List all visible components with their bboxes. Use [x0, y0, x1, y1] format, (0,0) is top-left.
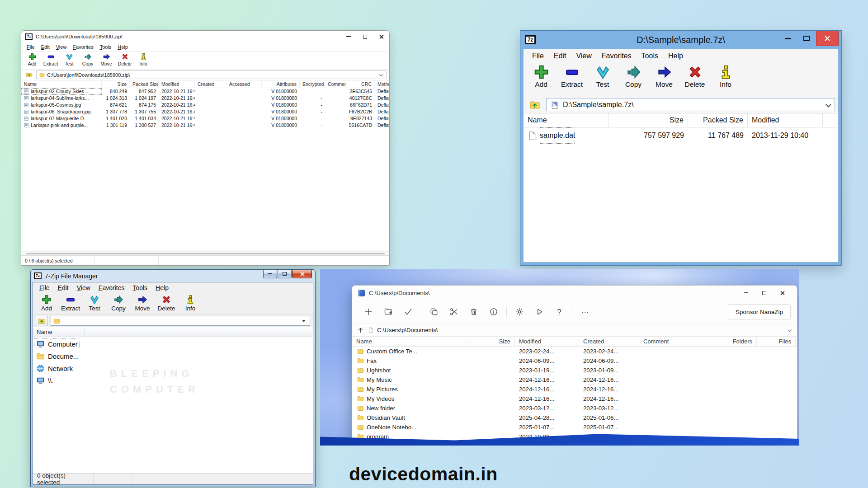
help-button[interactable]: ? [549, 303, 569, 320]
menu-file[interactable]: File [35, 284, 54, 291]
close-button[interactable] [373, 31, 389, 42]
column-header-files[interactable]: Files [757, 337, 796, 347]
close-button[interactable] [816, 31, 839, 46]
list-item-network[interactable]: Network [34, 362, 75, 375]
table-row[interactable]: My Pictures 2024-12-16... 2024-12-16... [352, 385, 797, 394]
column-header-packed-size[interactable]: Packed Size [688, 113, 748, 127]
column-header-name[interactable]: Name [352, 337, 464, 347]
table-row[interactable]: New folder 2023-03-12... 2023-03-12... [352, 404, 797, 413]
table-row[interactable]: larkspur-02-Cloudy-Skies-... 848 249 847… [21, 88, 389, 95]
scrollbar-thumb[interactable] [26, 253, 385, 254]
chevron-down-icon[interactable] [826, 102, 831, 108]
menu-favorites[interactable]: Favorites [94, 284, 129, 291]
address-input[interactable]: C:\Users\jonfi\Downloads\185900.zip\ [36, 70, 387, 79]
menu-view[interactable]: View [571, 52, 596, 60]
extract-button[interactable]: Extract [60, 295, 81, 314]
up-one-level-button[interactable] [24, 70, 34, 79]
up-one-level-button[interactable] [527, 98, 543, 112]
address-combobox[interactable] [51, 316, 310, 326]
delete-button[interactable]: Delete [156, 295, 177, 314]
menu-help[interactable]: Help [114, 44, 131, 50]
horizontal-scrollbar[interactable] [21, 251, 389, 255]
sponsor-nanazip-button[interactable]: Sponsor NanaZip [728, 304, 791, 319]
column-header-folders[interactable]: Folders [715, 337, 757, 347]
column-header-created[interactable]: Created [195, 80, 226, 88]
table-row[interactable]: larkspur-04-Sublime-larks... 1 024 313 1… [21, 95, 389, 102]
column-header-method[interactable]: Metho [375, 80, 389, 88]
table-row[interactable]: larkspur-06_Snapdragon.jpg 1 307 778 1 3… [21, 108, 389, 115]
menu-view[interactable]: View [73, 284, 94, 291]
column-header-created[interactable]: Created [579, 337, 639, 347]
column-header-comment[interactable]: Comment [325, 80, 346, 88]
options-button[interactable] [509, 303, 529, 320]
table-row[interactable]: larkspur-07-Marguerite-D... 1 401 020 1 … [21, 115, 389, 122]
column-header-name[interactable]: Name [524, 113, 609, 127]
maximize-button[interactable] [357, 31, 373, 42]
table-row[interactable]: Obsidian Vault 2025-04-28... 2025-01-06.… [352, 413, 797, 422]
menu-tools[interactable]: Tools [637, 52, 663, 60]
menu-view[interactable]: View [53, 44, 70, 50]
info-button[interactable]: Info [135, 53, 152, 69]
minimize-button[interactable] [737, 286, 755, 300]
menu-help[interactable]: Help [151, 284, 173, 291]
test-button[interactable]: Test [590, 65, 616, 96]
column-header-packed-size[interactable]: Packed Size [130, 80, 159, 88]
menu-edit[interactable]: Edit [549, 52, 571, 60]
delete-button[interactable]: Delete [116, 53, 133, 69]
extract-button[interactable]: Extract [42, 53, 59, 69]
move-button[interactable]: Move [98, 53, 115, 69]
move-button[interactable]: Move [132, 295, 153, 314]
titlebar[interactable]: 7z 7-Zip File Manager [33, 270, 313, 282]
add-button[interactable]: Add [528, 65, 554, 96]
test-button[interactable] [398, 303, 418, 320]
maximize-button[interactable] [755, 286, 773, 300]
column-header-comment[interactable]: Comment [639, 337, 715, 347]
table-row[interactable]: Lightshot 2023-01-19... 2023-01-09... [352, 366, 797, 375]
copy-button[interactable] [424, 303, 444, 320]
close-button[interactable] [773, 286, 791, 300]
chevron-down-icon[interactable] [788, 328, 792, 333]
up-one-level-button[interactable] [36, 316, 48, 326]
column-header-size[interactable]: Size [102, 80, 130, 88]
chevron-down-icon[interactable] [379, 73, 383, 77]
delete-button[interactable]: Delete [682, 65, 708, 96]
table-row[interactable]: My Music 2024-12-16... 2024-12-16... [352, 375, 797, 385]
titlebar[interactable]: C:\Users\p\Documents\ [352, 286, 797, 300]
menu-edit[interactable]: Edit [54, 284, 73, 291]
list-item-unc-root[interactable]: \\. [34, 375, 56, 387]
copy-button[interactable]: Copy [620, 65, 646, 96]
column-header-modified[interactable]: Modified [159, 80, 195, 88]
menu-help[interactable]: Help [663, 52, 688, 60]
table-row[interactable]: My Videos 2024-12-16... 2024-12-16... [352, 394, 797, 404]
move-button[interactable] [444, 303, 464, 320]
maximize-button[interactable] [278, 270, 292, 278]
add-button[interactable] [359, 303, 378, 320]
table-row[interactable]: OneNote Notebo... 2025-01-07... 2025-01-… [352, 422, 797, 432]
table-row[interactable]: larkspur-05-Cosmos.jpg 874 621 874 175 2… [21, 102, 389, 108]
column-header-name[interactable]: Name [21, 80, 102, 88]
minimize-button[interactable] [263, 270, 277, 278]
menu-file[interactable]: File [527, 52, 549, 60]
maximize-button[interactable] [797, 31, 816, 46]
info-button[interactable]: Info [180, 295, 201, 314]
table-row[interactable]: Fax 2024-06-09... 2024-06-09... [352, 356, 797, 366]
extract-button[interactable]: Extract [559, 65, 585, 96]
column-header-size[interactable]: Size [464, 337, 515, 347]
table-row[interactable]: Custom Office Te... 2023-02-24... 2023-0… [352, 347, 797, 356]
extract-button[interactable] [378, 303, 398, 320]
menu-edit[interactable]: Edit [38, 44, 53, 50]
info-button[interactable]: Info [712, 65, 739, 96]
titlebar[interactable]: 7z D:\Sample\sample.7z\ [523, 31, 839, 49]
column-header-encrypted[interactable]: Encrypted [300, 80, 325, 88]
column-header-size[interactable]: Size [609, 113, 688, 127]
list-item-documents[interactable]: Docume... [34, 350, 81, 362]
column-header-modified[interactable]: Modified [748, 113, 823, 127]
column-header-accessed[interactable]: Accessed [226, 80, 262, 88]
test-button[interactable]: Test [84, 295, 105, 314]
info-button[interactable] [484, 303, 504, 320]
column-header-modified[interactable]: Modified [515, 337, 579, 347]
more-button[interactable]: ··· [575, 303, 595, 320]
close-button[interactable] [292, 270, 312, 278]
table-row[interactable]: Larkspur-pink-and-purple... 1 301 119 1 … [21, 122, 389, 129]
menu-tools[interactable]: Tools [97, 44, 115, 50]
